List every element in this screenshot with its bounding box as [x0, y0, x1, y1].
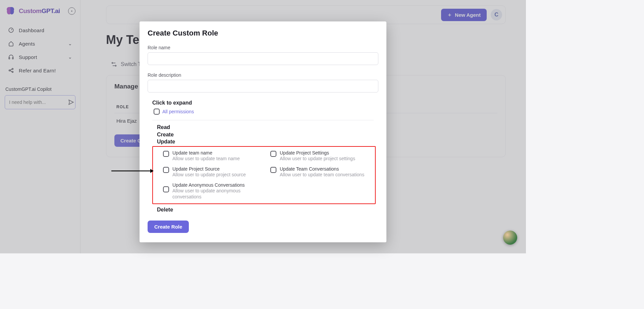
- section-read[interactable]: Read: [157, 124, 375, 131]
- update-permissions-group: Update team nameAllow user to update tea…: [152, 146, 376, 204]
- perm-desc: Allow user to update project source: [172, 172, 246, 178]
- perm-title: Update team name: [172, 150, 240, 156]
- create-role-button[interactable]: Create Role: [148, 221, 189, 233]
- checkbox[interactable]: [270, 151, 276, 157]
- perm-title: Update Project Settings: [280, 150, 355, 156]
- permissions-sections: Read Create Update Update team nameAllow…: [157, 124, 375, 213]
- role-name-label: Role name: [148, 45, 378, 50]
- perm-desc: Allow user to update anonymous conversat…: [172, 188, 253, 200]
- checkbox[interactable]: [163, 151, 169, 157]
- perm-desc: Allow user to update project settings: [280, 156, 355, 162]
- role-name-input[interactable]: [148, 52, 378, 65]
- checkbox[interactable]: [163, 186, 169, 192]
- all-permissions-row[interactable]: All permissions: [154, 109, 378, 115]
- checkbox[interactable]: [270, 167, 276, 173]
- perm-title: Update Team Conversations: [280, 166, 364, 172]
- perm-desc: Allow user to update team conversations: [280, 172, 364, 178]
- divider: [152, 120, 374, 120]
- role-desc-label: Role description: [148, 72, 378, 78]
- all-permissions-label: All permissions: [162, 109, 194, 114]
- annotation-arrow-icon: [111, 168, 154, 174]
- svg-marker-8: [150, 169, 154, 173]
- checkbox-all-permissions[interactable]: [154, 109, 160, 115]
- create-role-modal: Create Custom Role Role name Role descri…: [140, 21, 386, 242]
- perm-update-team-conversations[interactable]: Update Team ConversationsAllow user to u…: [270, 166, 371, 178]
- modal-title: Create Custom Role: [148, 29, 378, 38]
- chat-widget-avatar[interactable]: [503, 231, 517, 245]
- perm-title: Update Anonymous Conversations: [172, 182, 253, 188]
- section-update[interactable]: Update: [157, 138, 375, 145]
- perm-update-anonymous-conversations[interactable]: Update Anonymous ConversationsAllow user…: [163, 182, 371, 200]
- perm-desc: Allow user to update team name: [172, 156, 240, 162]
- perm-update-project-source[interactable]: Update Project SourceAllow user to updat…: [163, 166, 264, 178]
- section-delete[interactable]: Delete: [157, 206, 375, 213]
- role-desc-input[interactable]: [148, 80, 378, 92]
- perm-update-team-name[interactable]: Update team nameAllow user to update tea…: [163, 150, 264, 162]
- checkbox[interactable]: [163, 167, 169, 173]
- section-create[interactable]: Create: [157, 131, 375, 138]
- expand-heading: Click to expand: [152, 100, 378, 106]
- perm-update-project-settings[interactable]: Update Project SettingsAllow user to upd…: [270, 150, 371, 162]
- perm-title: Update Project Source: [172, 166, 246, 172]
